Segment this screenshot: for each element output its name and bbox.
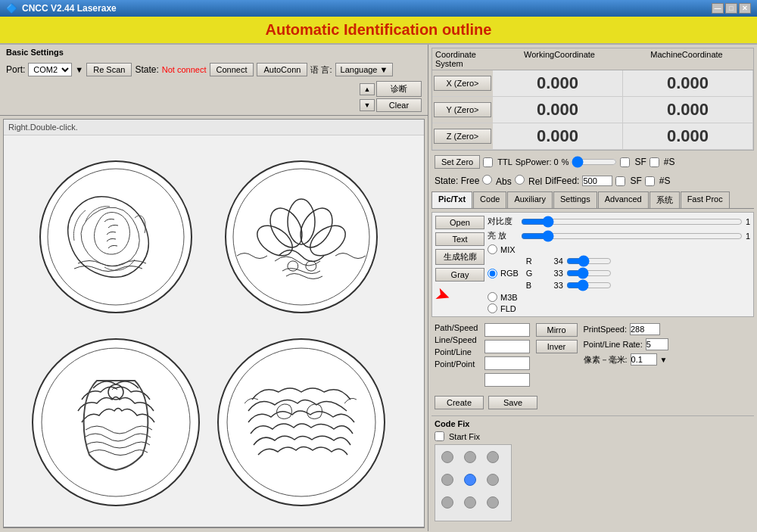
r-slider[interactable]: [566, 256, 612, 266]
b-slider[interactable]: [566, 280, 612, 291]
set-zero-button[interactable]: Set Zero: [435, 155, 480, 169]
create-button[interactable]: Create: [435, 396, 484, 409]
diagnose-button[interactable]: 诊断: [376, 81, 422, 97]
x-machine-value: 0.000: [623, 70, 753, 96]
rescan-button[interactable]: Re Scan: [86, 63, 132, 76]
b-row: B 33: [526, 280, 612, 291]
path-speed-input[interactable]: [484, 323, 530, 337]
tab-advanced[interactable]: Advanced: [598, 191, 649, 208]
z-zero-button[interactable]: Z (Zero>: [434, 129, 491, 144]
language-button[interactable]: Language ▼: [335, 63, 394, 76]
s-checkbox[interactable]: [650, 157, 659, 167]
lang-icon: 语 言:: [310, 64, 332, 76]
dot-bl[interactable]: [441, 496, 453, 509]
s2-checkbox[interactable]: [645, 176, 655, 186]
tab-pic-txt[interactable]: Pic/Txt: [431, 191, 472, 208]
minimize-button[interactable]: —: [712, 3, 724, 14]
svg-point-12: [218, 339, 385, 506]
abs-radio[interactable]: [482, 175, 492, 185]
mix-row: MIX: [488, 244, 750, 254]
m3b-label: M3B: [500, 293, 518, 302]
m3b-row: M3B: [488, 292, 750, 302]
point-line-rate-label: Point/Line Rate:: [584, 340, 643, 349]
point-line-input[interactable]: [484, 356, 530, 370]
generate-button[interactable]: 生成轮廓: [435, 249, 484, 265]
text-button[interactable]: Text: [435, 232, 484, 246]
canvas-content[interactable]: [4, 135, 424, 527]
scroll-up-button[interactable]: ▲: [360, 83, 375, 95]
machine-coord-label: MachineCoordinate: [623, 50, 750, 68]
start-fix-label: Start Fix: [449, 432, 480, 441]
line-speed-input[interactable]: [484, 340, 530, 353]
dot-tr[interactable]: [487, 451, 499, 463]
close-button[interactable]: ✕: [739, 3, 751, 14]
state-row: State: Free Abs Rel DifFeed: SF #S: [431, 173, 754, 188]
print-speed-input[interactable]: [630, 323, 660, 335]
y-working-value: 0.000: [493, 97, 623, 123]
connect-button[interactable]: Connect: [210, 63, 254, 76]
basic-settings-title: Basic Settings: [6, 48, 422, 57]
point-line-label: Point/Line: [435, 347, 478, 356]
dot-mr[interactable]: [487, 474, 499, 486]
mix-radio[interactable]: [488, 244, 497, 254]
grid-container: [435, 444, 751, 521]
rel-radio[interactable]: [515, 175, 525, 185]
inver-button[interactable]: Inver: [536, 340, 578, 353]
svg-point-9: [33, 339, 199, 506]
state-value: Not connect: [162, 65, 207, 74]
position-grid: [435, 444, 512, 521]
maximize-button[interactable]: □: [725, 3, 737, 14]
point-line-rate-input[interactable]: [646, 338, 668, 350]
path-center-buttons: Mirro Inver: [536, 323, 578, 387]
fld-radio[interactable]: [488, 303, 497, 313]
controls-row: Set Zero TTL SpPower: 0 % SF #S: [431, 154, 754, 170]
sf2-checkbox[interactable]: [615, 176, 625, 186]
tab-auxiliary[interactable]: Auxiliary: [507, 191, 553, 208]
g-slider[interactable]: [566, 268, 612, 278]
sf-checkbox[interactable]: [620, 157, 630, 167]
save-button[interactable]: Save: [488, 396, 537, 409]
start-fix-checkbox[interactable]: [435, 431, 444, 441]
tab-code[interactable]: Code: [473, 191, 506, 208]
brightness-row: 亮 放 1: [488, 230, 750, 241]
line-speed-label: Line/Speed: [435, 335, 478, 344]
dot-br[interactable]: [487, 496, 499, 509]
diffeed-input[interactable]: [582, 176, 612, 186]
fld-row: FLD: [488, 303, 750, 313]
dot-tc[interactable]: [464, 451, 476, 463]
brightness-slider[interactable]: [521, 231, 743, 241]
clear-button[interactable]: Clear: [376, 98, 422, 112]
mode-radio-group: MIX RGB R 34: [488, 244, 750, 313]
ttl-checkbox[interactable]: [483, 157, 493, 167]
x-zero-button[interactable]: X (Zero>: [434, 76, 491, 91]
canvas-svg: [17, 146, 411, 517]
dot-mc[interactable]: [464, 474, 476, 486]
pixel-input[interactable]: [631, 353, 657, 366]
arrow-indicator: ➤: [435, 285, 466, 307]
pixel-label: 像素－毫米:: [584, 354, 628, 366]
dot-bc[interactable]: [464, 496, 476, 509]
scroll-down-button[interactable]: ▼: [360, 99, 375, 111]
dot-tl[interactable]: [441, 451, 453, 463]
port-label: Port:: [6, 64, 25, 75]
m3b-radio[interactable]: [488, 292, 497, 302]
rgb-radio[interactable]: [488, 269, 497, 278]
autoconn-button[interactable]: AutoConn: [257, 63, 307, 76]
tab-fast-proc[interactable]: Fast Proc: [681, 191, 730, 208]
r-label: R: [526, 257, 541, 266]
canvas-hint: Right.Double-click.: [4, 120, 424, 135]
port-select[interactable]: COM2 COM1 COM3: [28, 63, 72, 76]
tab-settings[interactable]: Settings: [553, 191, 597, 208]
contrast-slider[interactable]: [521, 216, 743, 227]
gray-button[interactable]: Gray: [435, 268, 484, 282]
point-point-input[interactable]: [484, 373, 530, 387]
y-zero-button[interactable]: Y (Zero>: [434, 102, 491, 117]
ttl-row: TTL SpPower: 0 %: [483, 157, 617, 167]
dot-ml[interactable]: [441, 474, 453, 486]
rgb-row: RGB R 34 G 33: [488, 256, 750, 291]
mirro-button[interactable]: Mirro: [536, 323, 578, 337]
sppower-slider[interactable]: [572, 157, 617, 167]
open-button[interactable]: Open: [435, 216, 484, 229]
start-fix-row: Start Fix: [435, 431, 751, 441]
tab-system[interactable]: 系统: [650, 191, 680, 208]
